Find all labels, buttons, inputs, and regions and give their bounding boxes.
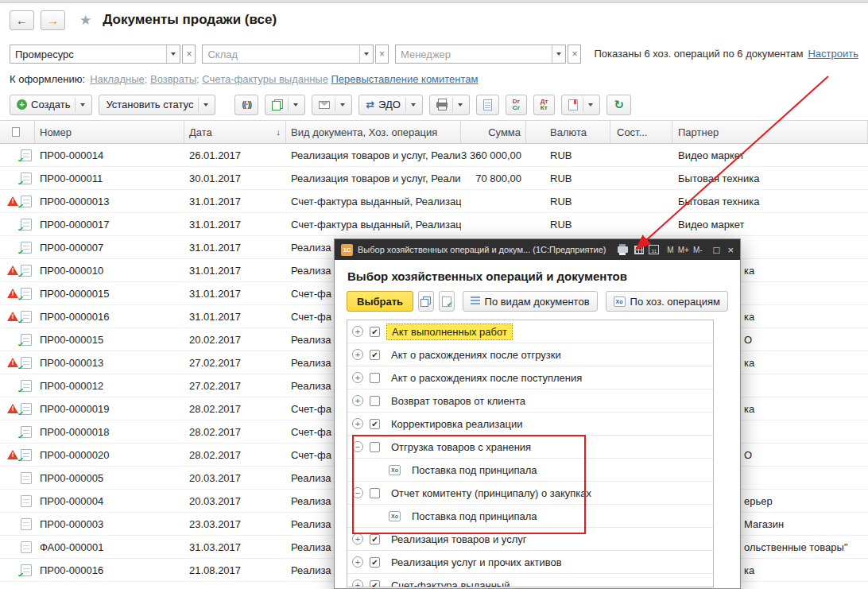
header-icon-column[interactable] (0, 121, 35, 143)
expand-icon[interactable]: + (352, 372, 363, 383)
warehouse-clear-button[interactable]: × (375, 45, 389, 64)
register-button[interactable] (561, 95, 600, 115)
calendar-icon[interactable]: 31 (649, 245, 659, 254)
quick-link[interactable]: Перевыставление комитентам (331, 73, 479, 85)
header-currency[interactable]: Валюта (526, 121, 610, 143)
organization-clear-button[interactable]: × (182, 45, 196, 64)
organization-filter-input[interactable] (10, 45, 166, 63)
operation-item[interactable]: ХоПоставка под принципала (347, 459, 713, 482)
expand-icon[interactable]: + (352, 533, 363, 544)
operation-checkbox[interactable] (370, 488, 380, 498)
copy-button[interactable] (418, 291, 434, 312)
by-doc-types-toggle[interactable]: По видам документов (463, 291, 598, 312)
send-button[interactable] (312, 95, 352, 115)
check-all-button[interactable] (439, 291, 455, 312)
manager-filter-input[interactable] (396, 45, 552, 63)
operation-checkbox[interactable]: ✔ (370, 327, 380, 337)
table-row[interactable]: ✔ПР00-000001731.01.2017Счет-фактура выда… (0, 213, 868, 236)
quick-link[interactable]: Возвраты (150, 73, 196, 85)
collapse-icon[interactable]: − (352, 487, 363, 498)
document-page-icon (21, 541, 32, 553)
expand-icon[interactable]: + (352, 556, 363, 568)
table-row[interactable]: ✔ПР00-00001426.01.2017Реализация товаров… (0, 144, 868, 167)
operation-checkbox[interactable] (370, 373, 380, 383)
memory-button[interactable]: M- (693, 246, 703, 254)
operation-item[interactable]: +✔Счет-фактура выданный (347, 574, 713, 587)
expand-icon[interactable]: + (352, 349, 363, 360)
refresh-button[interactable]: ↻ (606, 95, 631, 115)
cell-doc-type: Счет-фактура выданный, Реализация (286, 219, 461, 231)
document-page-icon (21, 472, 32, 484)
reports-button[interactable] (476, 95, 499, 115)
operation-checkbox[interactable]: ✔ (370, 534, 380, 544)
header-date[interactable]: Дата↓ (184, 121, 286, 143)
operation-item[interactable]: +✔Акт о расхождениях после отгрузки (347, 343, 713, 366)
cell-number: ПР00-000013 (35, 357, 184, 369)
operation-checkbox[interactable]: ✔ (370, 350, 380, 360)
operation-checkbox[interactable]: ✔ (370, 557, 380, 568)
operation-item[interactable]: ХоПоставка под принципала (347, 505, 713, 528)
operation-item[interactable]: +✔Корректировка реализации (347, 413, 713, 436)
header-partner[interactable]: Партнер (672, 121, 868, 143)
header-sum[interactable]: Сумма (461, 121, 526, 143)
close-button[interactable]: × (727, 245, 734, 255)
manager-clear-button[interactable]: × (568, 45, 581, 64)
expand-icon[interactable]: + (352, 326, 363, 337)
expand-icon[interactable]: + (352, 395, 363, 406)
drcr-button[interactable]: DrCr (506, 95, 527, 115)
operation-item[interactable]: +✔Реализация товаров и услуг (347, 528, 713, 551)
operation-item[interactable]: +✔Реализация услуг и прочих активов (347, 551, 713, 574)
back-button[interactable]: ← (10, 10, 34, 30)
operation-item[interactable]: +✔Акт выполненных работ (347, 320, 713, 343)
operation-checkbox[interactable]: ✔ (370, 580, 380, 588)
operation-item[interactable]: −Отгрузка товаров с хранения (347, 436, 713, 459)
dtkt-button[interactable]: ДтКт (533, 95, 556, 115)
operation-checkbox[interactable] (370, 396, 380, 406)
favorite-star-icon[interactable]: ★ (79, 12, 91, 29)
warehouse-dropdown-button[interactable] (359, 45, 373, 63)
expand-icon[interactable]: + (352, 418, 363, 429)
edo-button[interactable]: ⇄ ЭДО (358, 95, 423, 115)
cell-date: 27.02.2017 (184, 357, 286, 369)
operation-item[interactable]: −Отчет комитенту (принципалу) о закупках (347, 482, 713, 505)
configure-link[interactable]: Настроить (808, 45, 858, 60)
by-operations-toggle[interactable]: Хо По хоз. операциям (606, 291, 728, 312)
operation-item[interactable]: +Акт о расхождениях после поступления (347, 366, 713, 389)
discussion-button[interactable]: ((·)) (234, 95, 258, 115)
table-row[interactable]: ✔ПР00-00001130.01.2017Реализация товаров… (0, 167, 868, 190)
cell-sum: 3 360 000,00 (461, 149, 526, 161)
print-button[interactable] (429, 95, 470, 115)
cell-date: 20.02.2017 (184, 334, 286, 346)
warehouse-filter-input[interactable] (203, 45, 358, 63)
header-doc-type[interactable]: Вид документа, Хоз. операция (286, 121, 461, 143)
expand-icon[interactable]: + (352, 579, 363, 587)
operation-item[interactable]: +Возврат товаров от клиента (347, 389, 713, 413)
operation-label: Акт выполненных работ (386, 324, 513, 340)
operation-checkbox[interactable] (370, 442, 380, 452)
create-button[interactable]: + Создать (10, 95, 92, 115)
table-icon[interactable] (634, 246, 644, 254)
operation-checkbox[interactable]: ✔ (370, 419, 380, 429)
header-status[interactable]: Сост... (610, 121, 672, 143)
chevron-down-icon (340, 103, 345, 107)
forward-button[interactable]: → (41, 10, 65, 30)
document-icon: ✔ (21, 219, 32, 231)
print-icon[interactable] (618, 246, 628, 253)
header-number[interactable]: Номер (35, 121, 184, 143)
table-row[interactable]: !✔ПР00-000001331.01.2017Счет-фактура выд… (0, 190, 868, 213)
cell-partner: Видео маркет (672, 219, 868, 231)
organization-dropdown-button[interactable] (166, 45, 180, 63)
maximize-button[interactable]: □ (714, 245, 720, 255)
quick-link[interactable]: Накладные (90, 73, 145, 85)
drcr-icon: DrCr (513, 99, 520, 111)
memory-button[interactable]: M+ (678, 246, 689, 254)
dialog-titlebar[interactable]: 1С Выбор хозяйственных операций и докум.… (335, 239, 740, 260)
related-documents-button[interactable] (265, 95, 305, 115)
set-status-button[interactable]: Установить статус (99, 95, 215, 115)
dialog-title: Выбор хозяйственных операций и докум... … (358, 245, 611, 254)
manager-dropdown-button[interactable] (552, 45, 565, 63)
memory-button[interactable]: M (667, 246, 673, 254)
select-button[interactable]: Выбрать (347, 291, 413, 312)
collapse-icon[interactable]: − (352, 441, 363, 452)
quick-link[interactable]: Счета-фактуры выданные (202, 73, 328, 85)
